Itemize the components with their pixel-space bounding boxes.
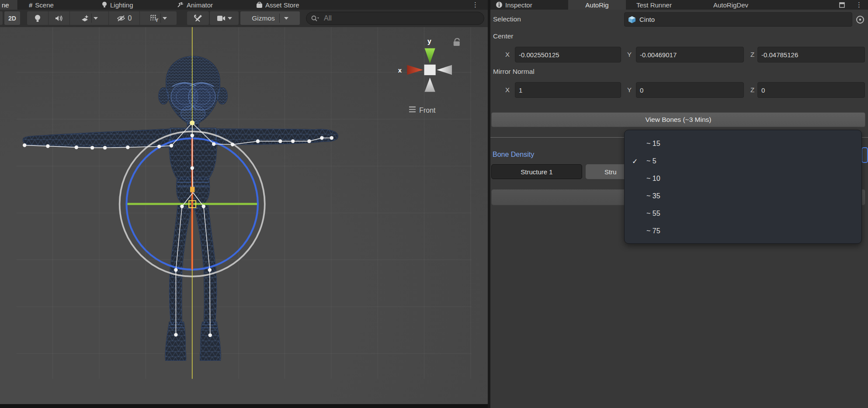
mirror-y-value: 0 (640, 86, 643, 94)
tab-asset-store[interactable]: Asset Store (256, 0, 299, 10)
view-mode-menu[interactable]: Front (409, 107, 436, 114)
mirror-x-label: X (505, 86, 510, 93)
dropdown-item-label: ~ 5 (646, 157, 656, 165)
scene-audio-toggle[interactable] (49, 11, 69, 25)
tab-partial[interactable]: ne (0, 0, 18, 10)
chevron-down-icon (163, 17, 167, 20)
center-z-value: -0.04785126 (761, 51, 798, 59)
view-bones-button[interactable]: View Bones (~3 Mins) (491, 112, 865, 127)
view-bones-label: View Bones (~3 Mins) (646, 116, 712, 124)
object-picker-icon[interactable] (855, 14, 865, 25)
gizmos-label: Gizmos (252, 14, 275, 22)
toggle-2d-label: 2D (8, 15, 16, 22)
tab-scene-label: Scene (35, 1, 54, 9)
gizmos-dropdown[interactable]: Gizmos (240, 11, 300, 25)
dropdown-item[interactable]: ~ 15 (625, 135, 861, 152)
dropdown-item[interactable]: ~ 55 (625, 205, 861, 222)
dropdown-item-label: ~ 55 (646, 210, 660, 218)
clipped-button[interactable] (0, 11, 3, 25)
divider (160, 14, 161, 23)
selection-label: Selection (493, 15, 521, 23)
tab-lighting[interactable]: Lighting (101, 0, 133, 10)
divider (91, 14, 92, 23)
bone-density-label: Bone Density (493, 151, 534, 159)
check-icon: ✓ (632, 157, 646, 166)
search-input[interactable] (323, 14, 479, 23)
dropdown-item[interactable]: ~ 10 (625, 170, 861, 187)
tab-animator-label: Animator (187, 1, 213, 9)
lock-icon[interactable] (454, 38, 460, 46)
tab-scene[interactable]: # Scene (29, 0, 54, 10)
bone-density-dropdown-menu: ~ 15 ✓ ~ 5 ~ 10 ~ 35 ~ 55 ~ 75 (624, 130, 862, 244)
axis-y-cone[interactable] (425, 48, 435, 64)
dropdown-item[interactable]: ✓ ~ 5 (625, 152, 861, 170)
axis-x-label: x (398, 66, 402, 74)
inspector-menu-button[interactable]: ⋮ (856, 0, 862, 10)
divider (279, 14, 280, 23)
scene-3d-canvas[interactable]: y x Front (0, 27, 490, 404)
scene-search-field[interactable] (306, 12, 484, 25)
prefab-cube-icon (628, 16, 636, 24)
mirror-y-label: Y (627, 86, 632, 93)
tab-partial-label: ne (2, 1, 9, 9)
tab-autorigdev-label: AutoRigDev (713, 1, 748, 9)
scene-toolbar: 2D 0 Y (0, 10, 490, 28)
mirror-y-field[interactable]: 0 (636, 82, 744, 98)
tab-autorigdev[interactable]: AutoRigDev (713, 0, 748, 10)
chevron-down-icon (228, 17, 232, 20)
dropdown-item[interactable]: ~ 35 (625, 187, 861, 205)
float-window-icon[interactable] (839, 2, 845, 8)
grid-visibility-dropdown[interactable]: Y (140, 11, 177, 25)
root-bone-handle[interactable] (190, 187, 194, 192)
chevron-down-icon (284, 17, 288, 20)
effects-star-icon (81, 14, 90, 22)
kebab-icon: ⋮ (856, 1, 862, 9)
tools-icon (193, 14, 203, 23)
dropdown-item-label: ~ 15 (646, 140, 660, 148)
center-x-field[interactable]: -0.002550125 (515, 47, 621, 62)
scene-lighting-toggle[interactable] (27, 11, 48, 25)
wireframe-character[interactable] (23, 56, 338, 360)
character-face (171, 83, 215, 121)
scene-effects-dropdown[interactable] (70, 11, 108, 25)
kebab-icon: ⋮ (472, 1, 479, 9)
center-y-field[interactable]: -0.00469017 (636, 47, 744, 62)
selection-object-field[interactable]: Cinto (624, 12, 852, 27)
tab-animator[interactable]: Animator (177, 0, 213, 10)
center-z-field[interactable]: -0.04785126 (757, 47, 865, 62)
selected-joint[interactable] (190, 121, 194, 125)
dropdown-item[interactable]: ~ 75 (625, 222, 861, 240)
axis-neg-x-cone[interactable] (437, 65, 452, 75)
camera-icon (217, 15, 226, 21)
camera-view-dropdown[interactable] (210, 11, 239, 25)
axis-neg-y-cone[interactable] (425, 78, 435, 92)
animator-icon (177, 2, 184, 8)
mirror-z-value: 0 (761, 86, 765, 94)
scene-tab-bar: ne # Scene Lighting Animator Asset Store… (0, 0, 490, 10)
tab-test-runner[interactable]: Test Runner (636, 0, 672, 10)
density-selector-button-edge[interactable] (861, 147, 868, 163)
structure-1-label: Structure 1 (521, 168, 552, 176)
mirror-z-field[interactable]: 0 (757, 82, 865, 98)
tab-inspector-label: Inspector (505, 1, 532, 9)
mirror-x-field[interactable]: 1 (515, 82, 621, 98)
gizmo-center-cube[interactable] (424, 65, 436, 75)
tab-autorig-label: AutoRig (585, 1, 608, 9)
axis-x-cone[interactable] (407, 65, 423, 75)
hidden-objects-toggle[interactable]: 0 (109, 11, 139, 25)
custom-tools-button[interactable] (187, 11, 209, 25)
center-x-value: -0.002550125 (519, 51, 559, 59)
tab-autorig[interactable]: AutoRig (568, 0, 626, 10)
scene-menu-button[interactable]: ⋮ (472, 0, 479, 10)
inspector-tab-bar: Inspector AutoRig Test Runner AutoRigDev… (490, 0, 868, 10)
scene-viewport[interactable]: y x Front (0, 27, 490, 404)
selection-object-name: Cinto (639, 16, 655, 23)
structure-1-button[interactable]: Structure 1 (491, 164, 582, 179)
toggle-2d-button[interactable]: 2D (4, 11, 20, 25)
info-icon (496, 1, 503, 8)
search-icon (311, 15, 319, 22)
dropdown-item-label: ~ 35 (646, 192, 660, 200)
hamburger-icon (409, 107, 416, 112)
orientation-gizmo[interactable]: y x Front (398, 38, 460, 114)
tab-inspector[interactable]: Inspector (496, 0, 532, 10)
